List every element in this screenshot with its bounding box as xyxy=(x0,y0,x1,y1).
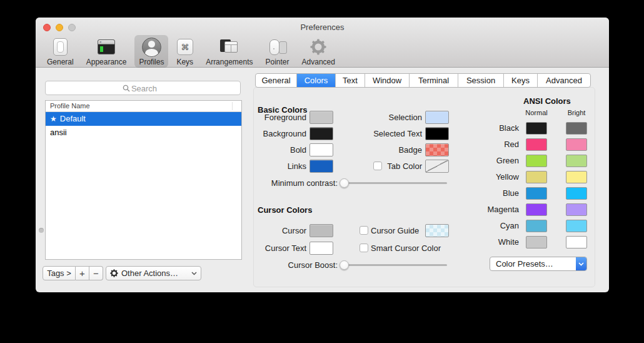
selection-color-well[interactable] xyxy=(425,111,449,124)
ansi-white-bright-well[interactable] xyxy=(566,236,587,248)
preferences-window: Preferences General × Appearance Profile… xyxy=(36,18,609,292)
window-title: Preferences xyxy=(36,23,609,32)
profile-row-default[interactable]: ★Default xyxy=(46,112,241,126)
tab-color-row: Tab Color xyxy=(330,160,449,173)
cursor-guide-color-well[interactable] xyxy=(425,224,449,237)
content-area: Profile Name ★Default ansii Tags > + − xyxy=(36,68,609,292)
ansi-row-blue: Blue xyxy=(448,187,594,200)
min-contrast-slider-track[interactable] xyxy=(344,182,447,184)
tab-colors[interactable]: Colors xyxy=(297,74,336,87)
ansi-magenta-bright-well[interactable] xyxy=(566,203,587,216)
profile-list-header: Profile Name xyxy=(46,101,241,112)
gear-icon xyxy=(310,37,326,57)
profile-name: ansii xyxy=(50,128,67,137)
window-edge-dot xyxy=(39,228,44,233)
toolbar-item-keys[interactable]: ⌘ Keys xyxy=(172,35,198,68)
tab-advanced[interactable]: Advanced xyxy=(538,74,590,87)
cursor-colors-heading: Cursor Colors xyxy=(258,205,312,215)
ansi-red-bright-well[interactable] xyxy=(566,138,587,151)
normal-column-header: Normal xyxy=(524,109,549,116)
pointer-icon xyxy=(268,37,287,57)
ansi-blue-normal-well[interactable] xyxy=(526,187,547,200)
search-field[interactable] xyxy=(45,81,241,95)
smart-cursor-color-checkbox[interactable] xyxy=(360,243,368,252)
toolbar-item-profiles[interactable]: Profiles xyxy=(134,35,168,68)
search-input[interactable] xyxy=(46,81,243,96)
ansi-white-normal-well[interactable] xyxy=(526,236,547,248)
ansi-blue-bright-well[interactable] xyxy=(566,187,587,200)
ansi-row-white: White xyxy=(448,236,594,248)
ansi-row-black: Black xyxy=(448,122,594,135)
selected-text-row: Selected Text xyxy=(330,127,449,140)
tab-keys[interactable]: Keys xyxy=(504,74,538,87)
keys-icon: ⌘ xyxy=(177,37,193,57)
toolbar-item-general[interactable]: General xyxy=(43,35,78,68)
cursor-row: Cursor xyxy=(223,224,333,237)
ansi-row-magenta: Magenta xyxy=(448,203,594,216)
min-contrast-label-row: Minimum contrast: xyxy=(242,177,338,190)
ansi-colors-heading: ANSI Colors xyxy=(523,96,571,106)
window-chrome: Preferences General × Appearance Profile… xyxy=(36,18,609,68)
ansi-yellow-bright-well[interactable] xyxy=(566,171,587,183)
badge-row: Badge xyxy=(330,143,449,156)
profile-tab-bar: General Colors Text Window Terminal Sess… xyxy=(255,73,591,88)
tab-color-checkbox[interactable] xyxy=(373,161,382,170)
appearance-icon: × xyxy=(98,37,115,57)
bold-row: Bold xyxy=(223,143,333,156)
profiles-icon xyxy=(142,37,161,57)
toolbar-item-arrangements[interactable]: Arrangements xyxy=(201,35,257,68)
selection-row: Selection xyxy=(330,111,449,124)
tab-text[interactable]: Text xyxy=(336,74,365,87)
ansi-cyan-normal-well[interactable] xyxy=(526,220,547,232)
cursor-text-row: Cursor Text xyxy=(223,242,333,255)
chevron-down-icon xyxy=(191,272,197,275)
other-actions-dropdown[interactable]: Other Actions… xyxy=(106,266,201,280)
toolbar-item-pointer[interactable]: Pointer xyxy=(261,35,294,68)
selected-text-color-well[interactable] xyxy=(425,127,449,140)
profile-list-footer: Tags > + − Other A xyxy=(43,266,201,280)
arrangements-icon xyxy=(219,37,239,57)
gear-icon xyxy=(110,269,118,277)
ansi-row-cyan: Cyan xyxy=(448,220,594,232)
chevron-down-icon xyxy=(578,262,584,266)
dropdown-cap xyxy=(576,257,586,270)
toolbar-item-advanced[interactable]: Advanced xyxy=(298,35,340,68)
add-profile-button[interactable]: + xyxy=(76,266,89,280)
column-divider xyxy=(232,102,233,110)
tab-window[interactable]: Window xyxy=(365,74,410,87)
ansi-magenta-normal-well[interactable] xyxy=(526,203,547,216)
ansi-black-bright-well[interactable] xyxy=(566,122,587,135)
cursor-boost-slider-track[interactable] xyxy=(344,264,447,266)
smart-cursor-row: Smart Cursor Color xyxy=(330,242,449,255)
ansi-row-yellow: Yellow xyxy=(448,171,594,183)
profile-name: Default xyxy=(60,114,86,123)
ansi-row-red: Red xyxy=(448,138,594,151)
toolbar: General × Appearance Profiles ⌘ Keys xyxy=(43,35,340,68)
cursor-guide-row: Cursor Guide xyxy=(330,224,449,237)
tab-general[interactable]: General xyxy=(256,74,297,87)
profile-row-ansii[interactable]: ansii xyxy=(46,126,241,140)
ansi-black-normal-well[interactable] xyxy=(526,122,547,135)
ansi-green-normal-well[interactable] xyxy=(526,155,547,167)
tab-color-well[interactable] xyxy=(425,160,449,173)
color-presets-dropdown[interactable]: Color Presets… xyxy=(490,257,587,271)
general-icon xyxy=(53,37,68,57)
badge-color-well[interactable] xyxy=(425,143,449,156)
toolbar-item-appearance[interactable]: × Appearance xyxy=(82,35,131,68)
tags-button[interactable]: Tags > xyxy=(43,266,76,280)
ansi-red-normal-well[interactable] xyxy=(526,138,547,151)
remove-profile-button[interactable]: − xyxy=(89,266,103,280)
ansi-yellow-normal-well[interactable] xyxy=(526,171,547,183)
foreground-row: Foreground xyxy=(223,111,333,124)
links-row: Links xyxy=(223,160,333,173)
cursor-boost-slider-knob[interactable] xyxy=(340,260,349,270)
ansi-cyan-bright-well[interactable] xyxy=(566,220,587,232)
tab-terminal[interactable]: Terminal xyxy=(410,74,458,87)
cursor-guide-checkbox[interactable] xyxy=(360,226,368,235)
cursor-boost-label-row: Cursor Boost: xyxy=(242,259,338,272)
ansi-green-bright-well[interactable] xyxy=(566,155,587,167)
min-contrast-slider-knob[interactable] xyxy=(340,178,349,188)
background-row: Background xyxy=(223,127,333,140)
tab-session[interactable]: Session xyxy=(458,74,504,87)
ansi-row-green: Green xyxy=(448,155,594,167)
